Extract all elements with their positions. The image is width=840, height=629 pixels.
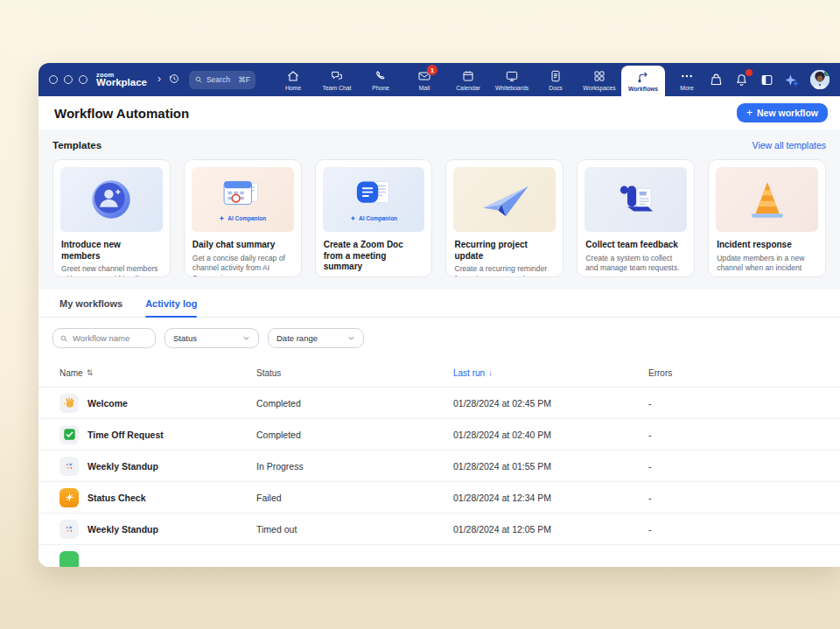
template-card-daily-chat-summary[interactable]: AI Companion Daily chat summary Get a co…: [184, 159, 302, 277]
table-row-weekly-standup[interactable]: Weekly Standup In Progress 01/28/2024 at…: [38, 451, 840, 482]
template-card-zoom-doc-summary[interactable]: AI Companion Create a Zoom Doc from a me…: [315, 159, 433, 277]
ai-companion-badge: AI Companion: [350, 215, 397, 221]
template-cards: Introduce new members Greet new channel …: [52, 159, 826, 277]
sort-desc-icon: ↓: [488, 368, 493, 377]
logo-workplace-text: Workplace: [96, 78, 147, 88]
new-workflow-button[interactable]: + New workflow: [737, 103, 828, 122]
phone-icon: [374, 69, 388, 83]
search-icon: [194, 75, 203, 84]
page-header: Workflow Automation + New workflow: [38, 96, 840, 129]
starburst-icon: [60, 488, 79, 507]
card-title: Create a Zoom Doc from a meeting summary: [316, 239, 432, 276]
scroll-illustration: [584, 167, 687, 232]
column-header-status: Status: [256, 368, 453, 378]
card-description: Get a concise daily recap of channel act…: [185, 254, 301, 278]
presence-indicator: [824, 70, 830, 76]
doc-illustration: AI Companion: [323, 167, 425, 232]
calendar-icon: [461, 69, 475, 83]
template-card-collect-team-feedback[interactable]: Collect team feedback Create a system to…: [577, 159, 695, 277]
table-row-status-check[interactable]: Status Check Failed 01/28/2024 at 12:34 …: [38, 482, 840, 514]
home-icon: [286, 69, 300, 83]
nav-item-whiteboards[interactable]: Whiteboards: [490, 63, 534, 96]
nav-item-mail[interactable]: 1 Mail: [402, 63, 446, 96]
nav-item-calendar[interactable]: Calendar: [446, 63, 490, 96]
green-tile-icon: [60, 551, 79, 568]
app-window: zoom Workplace › Search ⌘F Home Team Cha…: [38, 63, 840, 567]
nav-item-more[interactable]: More: [665, 63, 709, 96]
card-description: Create a recurring reminder for project …: [446, 264, 563, 277]
column-header-name[interactable]: Name ⇅: [60, 368, 256, 378]
nav-item-phone[interactable]: Phone: [359, 63, 402, 96]
ai-companion-icon[interactable]: [785, 73, 800, 87]
ai-sparkle-icon: [219, 215, 225, 221]
templates-section: Templates View all templates Introduce n…: [38, 129, 840, 290]
main-nav: Home Team Chat Phone 1 Mail Calendar: [271, 63, 709, 96]
template-card-introduce-new-members[interactable]: Introduce new members Greet new channel …: [52, 159, 171, 277]
templates-heading: Templates: [52, 140, 102, 150]
more-icon: [680, 69, 694, 83]
traffic-cone-illustration: [716, 167, 818, 232]
member-badge-illustration: [60, 167, 163, 232]
zoom-workplace-logo: zoom Workplace: [96, 63, 147, 96]
nav-item-team-chat[interactable]: Team Chat: [315, 63, 359, 96]
card-description: Create a system to collect and manage te…: [578, 254, 694, 274]
contacts-icon[interactable]: [709, 73, 724, 87]
user-avatar[interactable]: [810, 70, 830, 89]
calendar-illustration: AI Companion: [192, 167, 294, 232]
titlebar-right: [709, 63, 840, 96]
page-title: Workflow Automation: [54, 106, 189, 121]
template-card-recurring-project-update[interactable]: Recurring project update Create a recurr…: [445, 159, 564, 277]
table-header-row: Name ⇅ Status Last run ↓ Errors: [38, 359, 840, 388]
paper-plane-illustration: [453, 167, 556, 232]
search-icon: [60, 334, 68, 343]
check-mark-icon: [60, 425, 79, 444]
window-minimize-button[interactable]: [64, 75, 73, 84]
table-row-partial[interactable]: [38, 545, 840, 567]
nav-item-workflows[interactable]: Workflows: [621, 66, 665, 96]
chevron-down-icon: [242, 334, 250, 342]
plus-icon: +: [746, 107, 752, 119]
nav-item-workspaces[interactable]: Workspaces: [578, 63, 621, 96]
view-all-templates-link[interactable]: View all templates: [752, 140, 826, 150]
card-description: Get a meeting summary from AI Companion …: [316, 276, 432, 278]
tab-bar: My workflows Activity log: [38, 290, 840, 318]
filter-bar: Status Date range: [38, 318, 840, 357]
planner-icon[interactable]: [760, 73, 774, 87]
mail-unread-badge: 1: [427, 65, 438, 75]
rocket-icon: [60, 520, 79, 539]
table-row-weekly-standup-2[interactable]: Weekly Standup Timed out 01/28/2024 at 1…: [38, 514, 840, 545]
template-card-incident-response[interactable]: Incident response Update members in a ne…: [708, 159, 826, 277]
card-description: Greet new channel members with a warm an…: [53, 264, 170, 277]
table-row-welcome[interactable]: Welcome Completed 01/28/2024 at 02:45 PM…: [38, 388, 840, 419]
global-search-input[interactable]: Search ⌘F: [189, 71, 256, 89]
search-shortcut: ⌘F: [238, 75, 250, 84]
tab-activity-log[interactable]: Activity log: [145, 298, 197, 317]
window-close-button[interactable]: [49, 75, 58, 84]
tab-my-workflows[interactable]: My workflows: [60, 298, 122, 317]
forward-chevron-icon[interactable]: ›: [158, 73, 161, 85]
nav-item-docs[interactable]: Docs: [534, 63, 578, 96]
workflow-name-input[interactable]: [73, 333, 149, 343]
card-title: Incident response: [709, 239, 825, 254]
whiteboards-icon: [505, 69, 519, 83]
status-filter-dropdown[interactable]: Status: [164, 328, 259, 348]
history-icon[interactable]: [168, 73, 180, 87]
notifications-bell-icon[interactable]: [734, 73, 749, 87]
column-header-last-run[interactable]: Last run ↓: [453, 368, 648, 378]
workflow-name-search[interactable]: [52, 328, 156, 348]
window-zoom-button[interactable]: [79, 75, 88, 84]
card-title: Introduce new members: [53, 239, 170, 264]
ai-sparkle-icon: [350, 215, 356, 221]
window-controls[interactable]: [38, 63, 96, 96]
titlebar: zoom Workplace › Search ⌘F Home Team Cha…: [38, 63, 840, 96]
card-description: Update members in a new channel when an …: [709, 254, 825, 278]
table-row-time-off-request[interactable]: Time Off Request Completed 01/28/2024 at…: [38, 419, 840, 451]
search-placeholder: Search: [206, 75, 234, 84]
nav-item-home[interactable]: Home: [271, 63, 315, 96]
notification-dot: [746, 69, 752, 76]
waving-hand-icon: [60, 394, 79, 413]
ai-companion-badge: AI Companion: [219, 215, 266, 221]
date-range-filter-dropdown[interactable]: Date range: [268, 328, 364, 348]
column-header-errors: Errors: [648, 368, 819, 378]
card-title: Collect team feedback: [578, 239, 694, 254]
